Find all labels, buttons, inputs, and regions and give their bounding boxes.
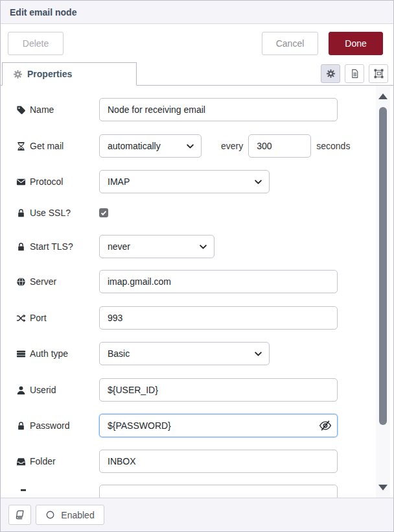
use-ssl-checkbox[interactable] [99,208,108,217]
use-ssl-field-row: Use SSL? [1,201,108,224]
group-select-icon [374,69,384,79]
every-label: every [221,141,243,151]
password-field-row: Password [1,414,338,437]
server-input[interactable] [99,270,338,293]
description-view-button[interactable] [345,64,364,83]
appearance-view-button[interactable] [369,64,388,83]
tab-properties[interactable]: Properties [2,62,137,86]
book-icon [15,510,25,520]
scroll-down-arrow-icon[interactable] [378,485,388,490]
start-tls-label: Start TLS? [30,241,73,252]
tab-bar: Properties [1,62,393,86]
auth-type-select[interactable]: Basic [99,342,270,365]
port-input[interactable] [99,306,338,330]
properties-form: Name Get mail automatically every second… [1,86,394,499]
tag-icon [16,105,26,115]
folder-field-row: Folder [1,450,338,473]
dialog-header: Edit email node [1,1,393,24]
editor-toolbar [321,64,388,83]
docs-button[interactable] [8,505,31,525]
folder-label: Folder [30,456,56,466]
folder-input[interactable] [99,450,338,473]
userid-label: Userid [30,385,56,395]
circle-icon [45,510,55,520]
userid-input[interactable] [99,378,338,402]
form-scrollbar[interactable] [376,86,390,499]
port-label: Port [30,313,47,323]
globe-icon [16,277,26,287]
name-field-row: Name [1,98,338,121]
scroll-up-arrow-icon[interactable] [378,93,388,99]
enabled-toggle-button[interactable]: Enabled [36,505,104,525]
dialog-footer: Enabled [1,498,394,531]
dialog-button-bar: Delete Cancel Done [1,24,393,62]
interval-input[interactable] [248,134,311,158]
cancel-button[interactable]: Cancel [262,32,318,55]
lock-icon [16,242,26,252]
inbox-icon [16,457,26,466]
name-input[interactable] [99,98,338,121]
start-tls-field-row: Start TLS? never [1,235,214,258]
dialog-title: Edit email node [10,7,76,18]
document-icon [350,69,360,79]
name-label: Name [30,104,54,115]
auth-type-field-row: Auth type Basic [1,342,270,365]
password-label: Password [30,420,69,431]
gear-icon [13,69,23,79]
use-ssl-label: Use SSL? [30,208,71,218]
tab-properties-label: Properties [27,69,72,79]
user-icon [16,385,26,395]
delete-button[interactable]: Delete [8,32,64,55]
envelope-icon [16,177,26,187]
userid-field-row: Userid [1,378,338,402]
chevron-down-icon [199,243,207,251]
protocol-field-row: Protocol IMAP [1,170,270,193]
clipped-input[interactable] [99,485,338,499]
server-field-row: Server [1,270,338,293]
done-button[interactable]: Done [329,32,383,55]
lock-icon [16,421,26,431]
chevron-down-icon [254,178,262,186]
eye-slash-icon[interactable] [319,419,332,432]
seconds-label: seconds [316,141,350,151]
get-mail-label: Get mail [30,141,64,151]
properties-view-button[interactable] [321,64,340,83]
scrollbar-thumb[interactable] [379,107,387,425]
get-mail-select[interactable]: automatically [99,134,202,158]
hourglass-icon [16,141,26,151]
clipped-field-row [1,485,338,499]
protocol-label: Protocol [30,176,63,187]
edit-email-node-dialog: Edit email node Delete Cancel Done Prope… [0,0,394,532]
password-input[interactable] [99,414,338,437]
protocol-select[interactable]: IMAP [99,170,270,193]
port-field-row: Port [1,306,338,330]
enabled-label: Enabled [61,510,94,520]
chevron-down-icon [186,142,194,151]
server-icon [16,349,26,359]
start-tls-select[interactable]: never [99,235,214,258]
server-label: Server [30,276,56,287]
lock-icon [16,208,26,218]
shuffle-icon [16,313,26,323]
auth-type-label: Auth type [30,348,68,359]
gear-icon [326,69,336,79]
chevron-down-icon [254,350,262,358]
get-mail-field-row: Get mail automatically every seconds [1,134,350,158]
